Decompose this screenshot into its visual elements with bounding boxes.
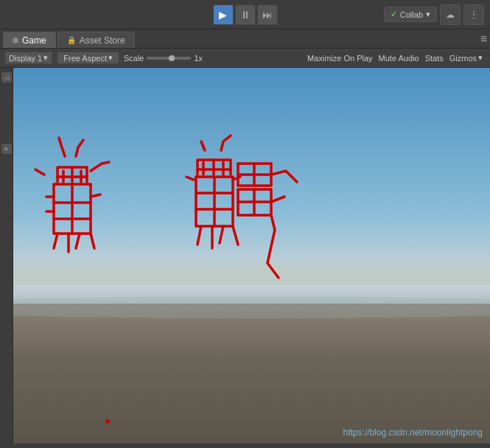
cloud-button[interactable]: ☁: [440, 4, 461, 25]
account-button[interactable]: ⋮: [463, 4, 484, 25]
play-controls: ▶ ⏸ ⏭: [213, 4, 278, 25]
game-tab-dot: [13, 38, 18, 43]
collab-check-icon: ✓: [391, 10, 397, 19]
scale-control: Scale 1x: [124, 54, 203, 63]
scene-background: [13, 68, 490, 444]
tab-asset-store[interactable]: 🔒 Asset Store: [57, 32, 135, 48]
collab-arrow-icon: ▾: [426, 10, 430, 19]
game-toolbar: Display 1 ▾ Free Aspect ▾ Scale 1x Maxim…: [0, 49, 490, 68]
game-viewport: https://blog.csdn.net/moonlightpong: [13, 68, 490, 444]
gizmos-button[interactable]: Gizmos ▾: [447, 52, 486, 63]
scale-value: 1x: [194, 54, 203, 63]
svg-point-4: [105, 419, 110, 424]
play-button[interactable]: ▶: [213, 4, 234, 25]
svg-rect-2: [13, 304, 490, 444]
collab-button[interactable]: ✓ Collab ▾: [384, 7, 437, 22]
game-tab-label: Game: [22, 35, 46, 46]
top-toolbar: ▶ ⏸ ⏭ ✓ Collab ▾ ☁ ⋮: [0, 0, 490, 29]
left-edge-icon-1[interactable]: ◁: [1, 72, 12, 83]
asset-store-lock-icon: 🔒: [67, 36, 76, 44]
aspect-label: Free Aspect: [63, 54, 107, 63]
gizmos-arrow-icon: ▾: [478, 53, 483, 63]
display-select[interactable]: Display 1 ▾: [4, 52, 52, 64]
step-button[interactable]: ⏭: [257, 4, 278, 25]
left-edge-panel: ◁ ✕: [0, 68, 13, 444]
game-toolbar-right: Maximize On Play Mute Audio Stats Gizmos…: [304, 52, 486, 63]
main-area: ◁ ✕: [0, 68, 490, 444]
gizmos-label: Gizmos: [449, 54, 477, 63]
display-label: Display 1: [9, 54, 42, 63]
tab-game[interactable]: Game: [3, 32, 56, 48]
asset-store-tab-label: Asset Store: [80, 35, 125, 46]
mute-audio-button[interactable]: Mute Audio: [376, 53, 422, 63]
left-edge-icon-2[interactable]: ✕: [1, 144, 12, 154]
scale-slider[interactable]: [147, 57, 191, 60]
collab-label: Collab: [400, 10, 423, 19]
scale-slider-thumb: [169, 55, 175, 61]
aspect-select[interactable]: Free Aspect ▾: [57, 52, 119, 64]
cloud-icon: ☁: [446, 10, 455, 20]
maximize-on-play-button[interactable]: Maximize On Play: [304, 53, 376, 63]
account-icon: ⋮: [469, 10, 478, 20]
tab-menu-button[interactable]: ≡: [480, 32, 487, 46]
display-arrow-icon: ▾: [43, 53, 48, 63]
svg-point-3: [13, 296, 490, 318]
aspect-arrow-icon: ▾: [108, 53, 113, 63]
tabs-row: Game 🔒 Asset Store ≡: [0, 29, 490, 49]
scale-label: Scale: [124, 54, 144, 63]
pause-button[interactable]: ⏸: [235, 4, 256, 25]
stats-button[interactable]: Stats: [422, 53, 447, 63]
